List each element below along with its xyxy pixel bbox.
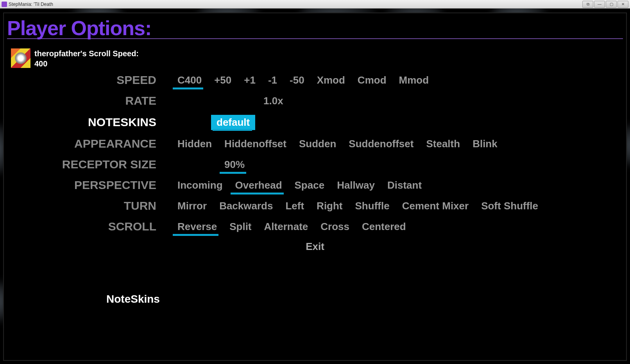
appearance-option-sudden[interactable]: Sudden [297,137,338,151]
perspective-label: PERSPECTIVE [4,179,176,191]
speed-option-minus50[interactable]: -50 [288,73,306,87]
turn-option-backwards[interactable]: Backwards [218,199,274,213]
exit-button[interactable]: Exit [306,241,324,252]
scroll-option-cross[interactable]: Cross [319,220,351,234]
turn-option-right[interactable]: Right [315,199,344,213]
scroll-option-split[interactable]: Split [228,220,253,234]
window-title: StepMania: 'Til Death [9,2,53,7]
rate-values: 1.0x [176,94,626,108]
window-title-bar: StepMania: 'Til Death ⧉ — ▢ ✕ [0,0,630,9]
noteskins-option-default[interactable]: default [211,115,255,130]
scroll-speed-value: 400 [34,59,139,69]
current-option-footer: NoteSkins [106,293,160,305]
perspective-option-distant[interactable]: Distant [386,178,423,192]
rate-value[interactable]: 1.0x [262,94,285,108]
minimize-button[interactable]: — [594,1,605,8]
turn-option-cement-mixer[interactable]: Cement Mixer [401,199,471,213]
player-text: theropfather's Scroll Speed: 400 [34,48,139,69]
appearance-label: APPEARANCE [4,137,176,150]
app-icon [2,2,7,7]
appearance-option-suddenoffset[interactable]: Suddenoffset [347,137,415,151]
appearance-option-stealth[interactable]: Stealth [424,137,462,151]
appearance-values: Hidden Hiddenoffset Sudden Suddenoffset … [176,137,626,151]
scroll-speed-label: theropfather's Scroll Speed: [34,48,139,59]
scroll-option-centered[interactable]: Centered [360,220,408,234]
receptor-size-value[interactable]: 90% [223,158,246,171]
game-area: Player Options: theropfather's Scroll Sp… [0,9,630,364]
perspective-option-hallway[interactable]: Hallway [335,178,376,192]
speed-option-xmod[interactable]: Xmod [315,73,347,87]
speed-values: C400 +50 +1 -1 -50 Xmod Cmod Mmod [176,73,626,87]
exit-row: Exit [4,241,626,253]
scroll-option-alternate[interactable]: Alternate [263,220,310,234]
window-extra-button[interactable]: ⧉ [582,1,593,8]
receptor-size-values: 90% [176,158,626,171]
noteskins-label: NOTESKINS [4,116,176,128]
speed-label: SPEED [4,74,176,86]
turn-option-left[interactable]: Left [284,199,306,213]
receptor-size-label: RECEPTOR SIZE [4,158,176,171]
speed-option-mmod[interactable]: Mmod [397,73,431,87]
options-grid: SPEED C400 +50 +1 -1 -50 Xmod Cmod Mmod … [4,73,626,253]
perspective-option-incoming[interactable]: Incoming [176,178,224,192]
perspective-option-overhead[interactable]: Overhead [234,178,284,192]
speed-option-minus1[interactable]: -1 [267,73,279,87]
perspective-values: Incoming Overhead Space Hallway Distant [176,178,626,192]
perspective-option-space[interactable]: Space [293,178,326,192]
turn-option-soft-shuffle[interactable]: Soft Shuffle [480,199,540,213]
noteskins-values: default [176,115,626,130]
appearance-option-hidden[interactable]: Hidden [176,137,213,151]
turn-option-mirror[interactable]: Mirror [176,199,208,213]
speed-option-plus1[interactable]: +1 [242,73,257,87]
turn-values: Mirror Backwards Left Right Shuffle Ceme… [176,199,626,213]
window-buttons: ⧉ — ▢ ✕ [582,1,628,8]
appearance-option-hiddenoffset[interactable]: Hiddenoffset [223,137,288,151]
scroll-values: Reverse Split Alternate Cross Centered [176,220,626,234]
page-title: Player Options: [7,16,623,40]
player-avatar [11,48,30,68]
appearance-option-blink[interactable]: Blink [471,137,499,151]
player-info: theropfather's Scroll Speed: 400 [4,44,626,73]
speed-option-plus50[interactable]: +50 [213,73,233,87]
rate-label: RATE [4,95,176,107]
header: Player Options: [4,13,626,39]
close-button[interactable]: ✕ [617,1,628,8]
turn-option-shuffle[interactable]: Shuffle [354,199,391,213]
maximize-button[interactable]: ▢ [606,1,617,8]
speed-option-cmod[interactable]: Cmod [356,73,388,87]
scroll-option-reverse[interactable]: Reverse [176,220,218,234]
turn-label: TURN [4,200,176,212]
scroll-label: SCROLL [4,220,176,233]
game-content: Player Options: theropfather's Scroll Sp… [3,12,627,361]
title-bar-left: StepMania: 'Til Death [2,2,53,7]
speed-option-c400[interactable]: C400 [176,73,203,87]
